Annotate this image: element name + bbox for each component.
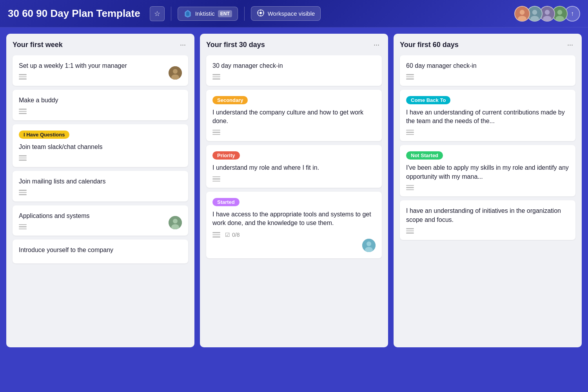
svg-point-11	[530, 16, 539, 21]
visibility-label: Workspace visible	[268, 10, 315, 17]
card[interactable]: Set up a weekly 1:1 with your manager	[13, 55, 188, 86]
card-badge: Come Back To	[406, 96, 450, 104]
svg-point-10	[532, 10, 537, 15]
column-title: Your first week	[13, 41, 63, 49]
star-icon: ☆	[154, 9, 160, 18]
card-title: I understand my role and where I fit in.	[212, 163, 376, 172]
svg-point-16	[557, 10, 563, 15]
card[interactable]: Join mailing lists and calendars	[13, 171, 188, 201]
card-description-icon	[406, 228, 569, 234]
visibility-button[interactable]: Workspace visible	[251, 6, 321, 21]
column-title: Your first 60 days	[400, 41, 459, 49]
column-first-60: Your first 60 days ··· 60 day manager ch…	[394, 34, 582, 347]
card-title: I have an understanding of initiatives i…	[406, 207, 569, 224]
card-title: Join team slack/chat channels	[19, 143, 182, 151]
card-title: I have access to the appropriate tools a…	[212, 210, 376, 228]
card-badge: Started	[212, 198, 240, 206]
card[interactable]: Make a buddy	[13, 90, 188, 120]
svg-point-17	[555, 16, 564, 21]
card-assignee-avatar	[169, 66, 182, 80]
card[interactable]: Priority I understand my role and where …	[206, 145, 382, 188]
card[interactable]: 30 day manager check-in	[206, 55, 382, 86]
card-description-icon	[212, 130, 376, 135]
card-title: Applications and systems	[19, 212, 182, 220]
column-header: Your first 60 days ···	[400, 40, 575, 50]
svg-point-14	[543, 16, 552, 21]
card-title: I understand the company culture and how…	[212, 108, 376, 126]
svg-point-8	[518, 16, 526, 21]
checklist-count: 0/8	[232, 232, 240, 238]
card[interactable]: I have an understanding of initiatives i…	[400, 200, 575, 240]
avatar[interactable]	[514, 6, 530, 22]
card-title: Introduce yourself to the company	[19, 246, 182, 254]
inktistic-logo-icon	[183, 9, 192, 18]
column-menu-button[interactable]: ···	[371, 40, 382, 50]
header-divider	[171, 7, 171, 21]
card[interactable]: Not Started I've been able to apply my s…	[400, 145, 575, 196]
board-area: Your first week ··· Set up a weekly 1:1 …	[0, 27, 588, 392]
workspace-name: Inktistic	[195, 10, 215, 17]
header: 30 60 90 Day Plan Template ☆ Inktistic E…	[0, 0, 588, 27]
column-header: Your first week ···	[13, 40, 188, 50]
star-button[interactable]: ☆	[150, 6, 165, 21]
card-description-icon	[19, 109, 182, 114]
card-badge: Secondary	[212, 96, 248, 104]
workspace-button[interactable]: Inktistic ENT	[178, 7, 238, 21]
workspace-badge: ENT	[218, 10, 232, 17]
card[interactable]: I Have Questions Join team slack/chat ch…	[13, 124, 188, 167]
column-menu-button[interactable]: ···	[565, 40, 575, 50]
card[interactable]: Started I have access to the appropriate…	[206, 192, 382, 258]
card-description-icon	[406, 185, 569, 191]
avatar-image	[515, 6, 529, 22]
card-description-icon	[212, 232, 220, 238]
header-avatars: ↑	[514, 6, 580, 22]
card-title: Set up a weekly 1:1 with your manager	[19, 62, 182, 70]
card-description-icon	[406, 74, 569, 80]
card[interactable]: Applications and systems	[13, 205, 188, 236]
page-title: 30 60 90 Day Plan Template	[8, 7, 140, 20]
column-title: Your first 30 days	[206, 41, 265, 49]
card-description-icon	[19, 224, 182, 230]
card-title: Make a buddy	[19, 96, 182, 105]
card-description-icon	[406, 130, 569, 135]
card[interactable]: Introduce yourself to the company	[13, 240, 188, 263]
svg-point-13	[545, 10, 550, 15]
svg-point-19	[173, 69, 178, 74]
upload-icon: ↑	[571, 10, 574, 17]
card[interactable]: Secondary I understand the company cultu…	[206, 90, 382, 141]
card-badge: I Have Questions	[19, 131, 69, 139]
visibility-icon	[257, 9, 265, 18]
card-description-icon	[19, 155, 182, 161]
svg-point-1	[260, 12, 262, 14]
column-menu-button[interactable]: ···	[178, 40, 188, 50]
card-badge: Priority	[212, 151, 240, 160]
card-title: 60 day manager check-in	[406, 62, 569, 70]
card-checklist: ☑ 0/8	[225, 232, 240, 238]
card-assignee-avatar	[362, 239, 376, 252]
header-divider-2	[244, 7, 245, 21]
svg-point-22	[173, 219, 178, 223]
card[interactable]: Come Back To I have an understanding of …	[400, 90, 575, 141]
column-header: Your first 30 days ···	[206, 40, 382, 50]
checklist-icon: ☑	[225, 232, 230, 238]
card-footer: ☑ 0/8	[212, 232, 376, 238]
card-description-icon	[19, 190, 182, 195]
card-badge: Not Started	[406, 151, 443, 160]
column-first-30: Your first 30 days ··· 30 day manager ch…	[200, 34, 388, 347]
card-title: I have an understanding of current contr…	[406, 108, 569, 126]
card-description-icon	[212, 74, 376, 80]
card-description-icon	[19, 74, 182, 80]
card-title: 30 day manager check-in	[212, 62, 376, 70]
svg-point-7	[520, 10, 525, 15]
card[interactable]: 60 day manager check-in	[400, 55, 575, 86]
card-description-icon	[212, 176, 376, 182]
card-title: I've been able to apply my skills in my …	[406, 163, 569, 181]
card-title: Join mailing lists and calendars	[19, 177, 182, 186]
svg-point-25	[367, 241, 371, 246]
column-first-week: Your first week ··· Set up a weekly 1:1 …	[6, 34, 194, 347]
